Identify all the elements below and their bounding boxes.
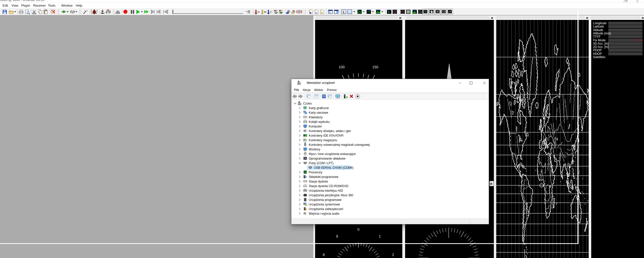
svg-text:?: ? — [323, 95, 325, 98]
svg-text:0: 0 — [357, 227, 359, 231]
svg-text:150: 150 — [372, 65, 378, 69]
svg-text:100: 100 — [339, 65, 345, 69]
svg-text:2: 2 — [392, 253, 394, 257]
svg-text:9: 9 — [336, 234, 338, 238]
svg-text:1: 1 — [379, 234, 381, 238]
svg-text:8: 8 — [323, 253, 325, 257]
